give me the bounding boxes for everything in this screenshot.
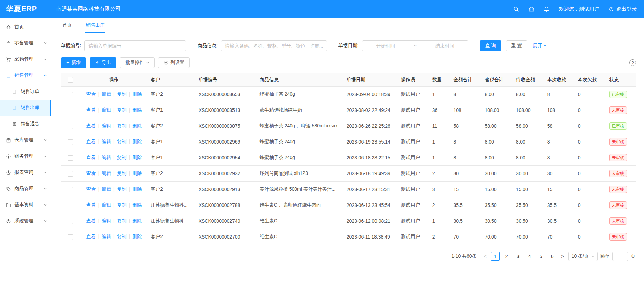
status-badge: 已审核 — [609, 122, 627, 130]
bank-icon[interactable] — [529, 6, 534, 12]
row-checkbox[interactable] — [68, 187, 73, 192]
view-link[interactable]: 查看 — [86, 234, 96, 239]
tab-home[interactable]: 首页 — [62, 18, 72, 33]
help-icon[interactable]: ? — [629, 59, 636, 66]
edit-link[interactable]: 编辑 — [102, 202, 111, 208]
sidebar-item-home[interactable]: 首页 — [0, 19, 51, 35]
edit-link[interactable]: 编辑 — [102, 234, 111, 239]
copy-link[interactable]: 复制 — [117, 107, 127, 113]
sidebar-item-finance[interactable]: 财务管理 — [0, 148, 51, 164]
sidebar-item-purchase[interactable]: 采购管理 — [0, 51, 51, 67]
row-checkbox[interactable] — [68, 203, 73, 208]
logout-button[interactable]: 退出登录 — [609, 6, 637, 12]
doc-no-input[interactable] — [84, 40, 186, 51]
copy-link[interactable]: 复制 — [117, 186, 127, 192]
column-settings-button[interactable]: 列设置 — [158, 57, 190, 68]
next-page-button[interactable]: > — [560, 254, 566, 259]
page-button-3[interactable]: 3 — [514, 252, 523, 261]
sidebar-item-retail[interactable]: 零售管理 — [0, 35, 51, 51]
edit-link[interactable]: 编辑 — [102, 123, 111, 128]
search-icon[interactable] — [513, 6, 519, 12]
copy-link[interactable]: 复制 — [117, 202, 127, 208]
view-link[interactable]: 查看 — [86, 155, 96, 160]
delete-link[interactable]: 删除 — [132, 155, 142, 160]
edit-link[interactable]: 编辑 — [102, 91, 111, 97]
edit-link[interactable]: 编辑 — [102, 155, 111, 160]
sidebar-item-basedata[interactable]: 基本资料 — [0, 197, 51, 213]
delete-link[interactable]: 删除 — [132, 91, 142, 97]
edit-link[interactable]: 编辑 — [102, 186, 111, 192]
edit-link[interactable]: 编辑 — [102, 139, 111, 144]
sidebar-item-warehouse[interactable]: 仓库管理 — [0, 132, 51, 148]
add-button[interactable]: + 新增 — [61, 57, 86, 68]
reset-button[interactable]: 重 置 — [506, 40, 528, 51]
row-actions-cell: 查看|编辑|复制|删除 — [80, 150, 148, 166]
edit-link[interactable]: 编辑 — [102, 107, 111, 113]
copy-link[interactable]: 复制 — [117, 218, 127, 223]
jump-page-input[interactable] — [612, 252, 628, 261]
row-checkbox[interactable] — [68, 234, 73, 240]
copy-link[interactable]: 复制 — [117, 139, 127, 144]
page-button-6[interactable]: 6 — [548, 252, 557, 261]
delete-link[interactable]: 删除 — [132, 107, 142, 113]
row-checkbox[interactable] — [68, 219, 73, 224]
sidebar-item-sales-return[interactable]: 销售退货 — [0, 116, 51, 132]
action-separator: | — [113, 107, 115, 113]
date-end-input[interactable] — [424, 43, 466, 49]
page-button-5[interactable]: 5 — [537, 252, 545, 261]
edit-link[interactable]: 编辑 — [102, 218, 111, 223]
row-checkbox[interactable] — [68, 171, 73, 177]
amount-cell: 30.5 — [451, 213, 482, 229]
view-link[interactable]: 查看 — [86, 170, 96, 176]
row-checkbox[interactable] — [68, 92, 73, 97]
sidebar-item-goods[interactable]: 商品管理 — [0, 181, 51, 197]
delete-link[interactable]: 删除 — [132, 202, 142, 208]
sidebar-item-system[interactable]: 系统管理 — [0, 213, 51, 229]
prev-page-button[interactable]: < — [482, 254, 488, 259]
copy-link[interactable]: 复制 — [117, 170, 127, 176]
sidebar-item-sales[interactable]: 销售管理 — [0, 67, 51, 84]
batch-actions-button[interactable]: 批量操作 — [120, 57, 155, 68]
view-link[interactable]: 查看 — [86, 107, 96, 113]
delete-link[interactable]: 删除 — [132, 170, 142, 176]
view-link[interactable]: 查看 — [86, 123, 96, 128]
tab-sales-outbound[interactable]: 销售出库 — [85, 18, 105, 33]
date-start-input[interactable] — [364, 43, 407, 49]
copy-link[interactable]: 复制 — [117, 123, 127, 128]
sidebar-item-report[interactable]: 报表查询 — [0, 164, 51, 181]
export-button[interactable]: 导出 — [90, 57, 116, 68]
amount-tax-cell: 58.00 — [482, 118, 513, 134]
delete-link[interactable]: 删除 — [132, 139, 142, 144]
view-link[interactable]: 查看 — [86, 202, 96, 208]
search-button[interactable]: 查 询 — [480, 40, 501, 51]
bell-icon[interactable] — [544, 6, 549, 12]
copy-link[interactable]: 复制 — [117, 155, 127, 160]
sidebar-item-sales-outbound[interactable]: 销售出库 — [0, 100, 51, 116]
page-button-2[interactable]: 2 — [502, 252, 511, 261]
delete-link[interactable]: 删除 — [132, 186, 142, 192]
page-button-4[interactable]: 4 — [525, 252, 534, 261]
delete-link[interactable]: 删除 — [132, 234, 142, 239]
view-link[interactable]: 查看 — [86, 91, 96, 97]
view-link[interactable]: 查看 — [86, 186, 96, 192]
row-checkbox[interactable] — [68, 124, 73, 129]
copy-link[interactable]: 复制 — [117, 234, 127, 239]
row-checkbox[interactable] — [68, 108, 73, 113]
sidebar-item-sales-order[interactable]: 销售订单 — [0, 84, 51, 100]
select-all-checkbox[interactable] — [68, 77, 73, 83]
expand-link[interactable]: 展开 — [533, 43, 547, 49]
edit-link[interactable]: 编辑 — [102, 170, 111, 176]
delete-link[interactable]: 删除 — [132, 218, 142, 223]
product-input[interactable] — [221, 40, 327, 51]
page-size-select[interactable]: 10 条/页 — [568, 252, 598, 261]
copy-link[interactable]: 复制 — [117, 91, 127, 97]
page-button-1[interactable]: 1 — [491, 252, 500, 261]
sidebar-item-label: 仓库管理 — [14, 137, 33, 143]
date-range-picker[interactable]: ~ — [362, 40, 468, 51]
action-separator: | — [98, 155, 99, 160]
row-checkbox[interactable] — [68, 139, 73, 145]
view-link[interactable]: 查看 — [86, 218, 96, 223]
delete-link[interactable]: 删除 — [132, 123, 142, 128]
row-checkbox[interactable] — [68, 155, 73, 161]
view-link[interactable]: 查看 — [86, 139, 96, 144]
